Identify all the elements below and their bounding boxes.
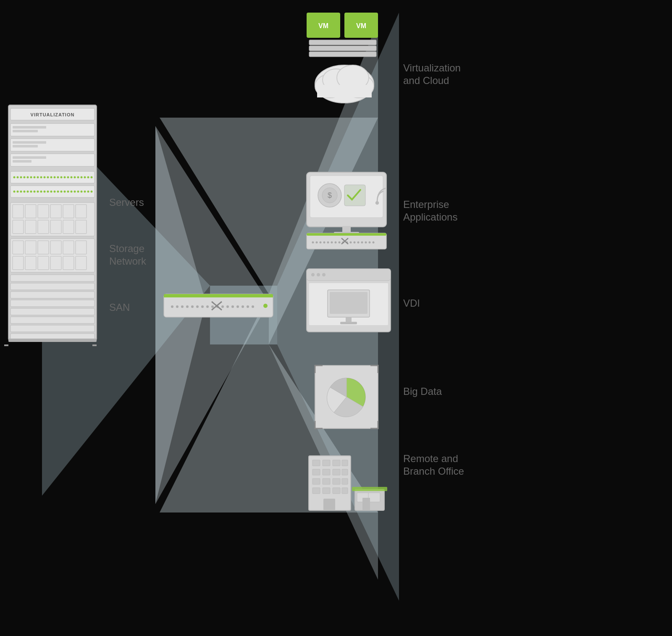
enterprise-label-2: Applications — [403, 211, 457, 223]
remote-label-2: Branch Office — [403, 465, 464, 477]
svg-point-32 — [67, 176, 69, 179]
svg-rect-100 — [164, 294, 273, 317]
san-label: SAN — [109, 302, 130, 313]
svg-rect-202 — [362, 498, 370, 510]
svg-rect-181 — [312, 460, 320, 466]
svg-point-37 — [84, 176, 86, 179]
svg-point-52 — [50, 191, 52, 193]
svg-point-109 — [201, 305, 204, 308]
svg-rect-195 — [333, 488, 340, 494]
svg-rect-95 — [10, 308, 94, 315]
svg-point-113 — [221, 305, 224, 308]
svg-point-62 — [84, 191, 86, 193]
svg-rect-93 — [10, 292, 94, 298]
svg-point-144 — [376, 202, 378, 204]
enterprise-switch — [307, 233, 386, 249]
svg-point-108 — [196, 305, 199, 308]
svg-point-64 — [91, 191, 93, 193]
svg-point-160 — [354, 242, 356, 244]
svg-point-150 — [316, 242, 318, 244]
svg-rect-183 — [333, 460, 340, 466]
svg-point-164 — [369, 242, 371, 244]
svg-point-116 — [236, 305, 239, 308]
svg-point-22 — [34, 176, 36, 179]
svg-rect-14 — [13, 160, 32, 163]
svg-rect-137 — [317, 85, 372, 97]
svg-point-111 — [211, 305, 214, 308]
vdi-icon — [307, 269, 391, 332]
svg-rect-10 — [13, 141, 46, 144]
svg-rect-187 — [333, 469, 340, 475]
svg-point-38 — [87, 176, 89, 179]
virt-label-1: Virtualization — [403, 62, 461, 74]
svg-rect-65 — [10, 202, 94, 236]
svg-point-23 — [37, 176, 39, 179]
svg-point-25 — [44, 176, 46, 179]
svg-point-119 — [252, 305, 254, 308]
svg-point-21 — [30, 176, 32, 179]
svg-rect-124 — [92, 344, 97, 346]
svg-point-161 — [357, 242, 360, 244]
svg-rect-145 — [342, 226, 351, 233]
svg-point-46 — [30, 191, 32, 193]
svg-rect-97 — [10, 325, 94, 332]
svg-point-36 — [81, 176, 83, 179]
svg-text:VM: VM — [318, 22, 328, 29]
svg-point-118 — [247, 305, 249, 308]
svg-rect-129 — [309, 40, 376, 45]
svg-rect-192 — [342, 478, 348, 484]
svg-rect-148 — [307, 233, 386, 236]
svg-point-122 — [263, 304, 268, 308]
svg-point-31 — [64, 176, 66, 179]
svg-text:$: $ — [328, 191, 332, 200]
svg-point-50 — [44, 191, 46, 193]
svg-point-41 — [13, 191, 16, 193]
svg-point-156 — [339, 242, 341, 244]
svg-point-49 — [40, 191, 42, 193]
svg-point-117 — [242, 305, 244, 308]
svg-point-162 — [361, 242, 363, 244]
svg-point-154 — [331, 242, 333, 244]
svg-point-43 — [20, 191, 22, 193]
svg-point-53 — [54, 191, 56, 193]
svg-point-56 — [64, 191, 66, 193]
svg-point-60 — [77, 191, 79, 193]
svg-point-28 — [54, 176, 56, 179]
svg-point-163 — [365, 242, 367, 244]
svg-point-30 — [60, 176, 63, 179]
vm-boxes: VM VM — [307, 13, 378, 38]
svg-point-39 — [91, 176, 93, 179]
vm-storage-stack — [309, 40, 376, 57]
storage-label-2: Network — [109, 255, 147, 267]
svg-point-16 — [13, 176, 16, 179]
svg-point-34 — [74, 176, 76, 179]
network-switch — [164, 294, 273, 317]
svg-point-19 — [24, 176, 26, 179]
server-rack: VIRTUALIZATION — [8, 105, 97, 342]
svg-point-55 — [60, 191, 63, 193]
enterprise-label-1: Enterprise — [403, 199, 449, 210]
svg-point-104 — [176, 305, 178, 308]
enterprise-app-icon: $ — [307, 172, 386, 235]
svg-rect-186 — [323, 469, 330, 475]
svg-rect-131 — [309, 52, 376, 57]
svg-rect-196 — [342, 488, 348, 494]
svg-point-58 — [71, 191, 73, 193]
svg-point-159 — [350, 242, 352, 244]
svg-rect-185 — [312, 469, 320, 475]
svg-point-103 — [171, 305, 173, 308]
svg-point-152 — [323, 242, 326, 244]
svg-point-18 — [20, 176, 22, 179]
svg-point-29 — [57, 176, 59, 179]
svg-point-48 — [37, 191, 39, 193]
svg-rect-182 — [323, 460, 330, 466]
svg-rect-175 — [330, 292, 368, 314]
svg-point-114 — [226, 305, 229, 308]
svg-point-44 — [24, 191, 26, 193]
remote-label-1: Remote and — [403, 453, 458, 464]
svg-point-110 — [206, 305, 209, 308]
cloud-icon — [315, 65, 374, 103]
servers-label: Servers — [109, 197, 144, 208]
svg-point-63 — [87, 191, 89, 193]
svg-point-54 — [57, 191, 59, 193]
